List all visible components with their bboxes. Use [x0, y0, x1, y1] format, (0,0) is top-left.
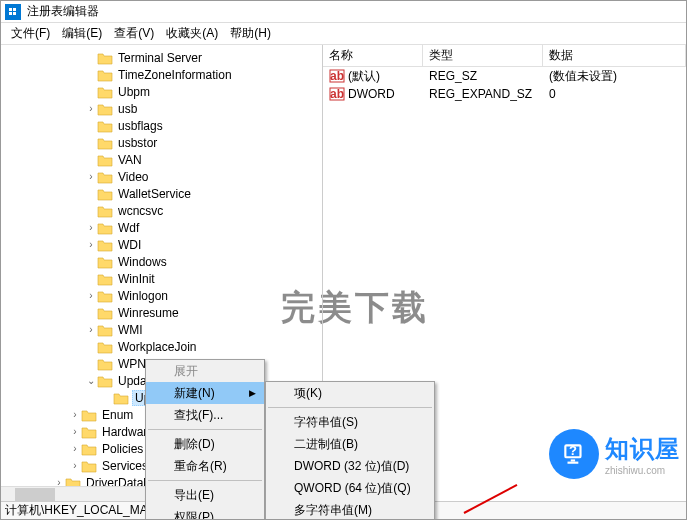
- folder-icon: [97, 102, 113, 116]
- tree-label: Ubpm: [116, 85, 152, 99]
- value-type: REG_SZ: [423, 69, 543, 83]
- folder-icon: [97, 238, 113, 252]
- chevron-right-icon: ▶: [249, 388, 256, 398]
- expander-icon[interactable]: ›: [85, 222, 97, 233]
- ctx-new-string[interactable]: 字符串值(S): [266, 411, 434, 433]
- tree-node[interactable]: VAN: [5, 151, 322, 168]
- folder-icon: [97, 51, 113, 65]
- tree-node[interactable]: WinInit: [5, 270, 322, 287]
- tree-node[interactable]: usbstor: [5, 134, 322, 151]
- scroll-thumb[interactable]: [15, 488, 55, 501]
- tree-label: usbflags: [116, 119, 165, 133]
- tree-label: WalletService: [116, 187, 193, 201]
- tree-node[interactable]: Terminal Server: [5, 49, 322, 66]
- window-title: 注册表编辑器: [27, 3, 99, 20]
- menu-file[interactable]: 文件(F): [5, 25, 56, 42]
- expander-icon[interactable]: ›: [69, 443, 81, 454]
- folder-icon: [97, 85, 113, 99]
- context-menu-key: 展开 新建(N)▶ 查找(F)... 删除(D) 重命名(R) 导出(E) 权限…: [145, 359, 265, 520]
- expander-icon[interactable]: ⌄: [85, 375, 97, 386]
- tree-node[interactable]: TimeZoneInformation: [5, 66, 322, 83]
- tree-node[interactable]: Ubpm: [5, 83, 322, 100]
- tree-node[interactable]: ›Winlogon: [5, 287, 322, 304]
- context-menu-new: 项(K) 字符串值(S) 二进制值(B) DWORD (32 位)值(D) QW…: [265, 381, 435, 520]
- ctx-export[interactable]: 导出(E): [146, 484, 264, 506]
- tree-label: WorkplaceJoin: [116, 340, 198, 354]
- brand-overlay: ? 知识屋 zhishiwu.com: [549, 429, 680, 479]
- tree-node[interactable]: Winresume: [5, 304, 322, 321]
- folder-icon: [97, 136, 113, 150]
- value-type: REG_EXPAND_SZ: [423, 87, 543, 101]
- folder-icon: [97, 357, 113, 371]
- folder-icon: [97, 255, 113, 269]
- menu-view[interactable]: 查看(V): [108, 25, 160, 42]
- ctx-new-binary[interactable]: 二进制值(B): [266, 433, 434, 455]
- ctx-rename[interactable]: 重命名(R): [146, 455, 264, 477]
- menu-favorites[interactable]: 收藏夹(A): [160, 25, 224, 42]
- app-icon: [5, 4, 21, 20]
- list-row[interactable]: abDWORDREG_EXPAND_SZ0: [323, 85, 686, 103]
- tree-label: Winresume: [116, 306, 181, 320]
- ctx-new[interactable]: 新建(N)▶: [146, 382, 264, 404]
- tree-label: Winlogon: [116, 289, 170, 303]
- menu-help[interactable]: 帮助(H): [224, 25, 277, 42]
- tree-node[interactable]: WalletService: [5, 185, 322, 202]
- ctx-delete[interactable]: 删除(D): [146, 433, 264, 455]
- svg-text:?: ?: [569, 443, 577, 458]
- ctx-expand[interactable]: 展开: [146, 360, 264, 382]
- value-data: (数值未设置): [543, 68, 686, 85]
- expander-icon[interactable]: ›: [69, 409, 81, 420]
- tree-label: Wdf: [116, 221, 141, 235]
- tree-node[interactable]: ›WMI: [5, 321, 322, 338]
- folder-icon: [81, 408, 97, 422]
- menu-bar: 文件(F) 编辑(E) 查看(V) 收藏夹(A) 帮助(H): [1, 23, 686, 45]
- tree-label: TimeZoneInformation: [116, 68, 234, 82]
- tree-node[interactable]: ›Wdf: [5, 219, 322, 236]
- menu-edit[interactable]: 编辑(E): [56, 25, 108, 42]
- expander-icon[interactable]: ›: [69, 460, 81, 471]
- expander-icon[interactable]: ›: [85, 290, 97, 301]
- tree-label: WPN: [116, 357, 148, 371]
- list-row[interactable]: ab(默认)REG_SZ(数值未设置): [323, 67, 686, 85]
- ctx-find[interactable]: 查找(F)...: [146, 404, 264, 426]
- svg-rect-10: [571, 459, 575, 461]
- brand-url: zhishiwu.com: [605, 465, 680, 476]
- expander-icon[interactable]: ›: [85, 324, 97, 335]
- tree-node[interactable]: ›WDI: [5, 236, 322, 253]
- svg-rect-2: [13, 8, 16, 11]
- folder-icon: [97, 306, 113, 320]
- expander-icon[interactable]: ›: [85, 239, 97, 250]
- col-data[interactable]: 数据: [543, 45, 686, 66]
- tree-label: VAN: [116, 153, 144, 167]
- tree-node[interactable]: WorkplaceJoin: [5, 338, 322, 355]
- folder-icon: [81, 442, 97, 456]
- folder-icon: [81, 459, 97, 473]
- tree-node[interactable]: wcncsvc: [5, 202, 322, 219]
- svg-rect-1: [9, 8, 12, 11]
- tree-node[interactable]: Windows: [5, 253, 322, 270]
- tree-node[interactable]: ›usb: [5, 100, 322, 117]
- svg-rect-11: [568, 462, 579, 464]
- tree-node[interactable]: usbflags: [5, 117, 322, 134]
- expander-icon[interactable]: ›: [69, 426, 81, 437]
- folder-icon: [97, 221, 113, 235]
- ctx-perms[interactable]: 权限(P)...: [146, 506, 264, 520]
- col-type[interactable]: 类型: [423, 45, 543, 66]
- tree-label: wcncsvc: [116, 204, 165, 218]
- folder-icon: [97, 204, 113, 218]
- separator: [148, 429, 262, 430]
- ctx-new-key[interactable]: 项(K): [266, 382, 434, 404]
- ctx-new-dword[interactable]: DWORD (32 位)值(D): [266, 455, 434, 477]
- col-name[interactable]: 名称: [323, 45, 423, 66]
- ctx-new-qword[interactable]: QWORD (64 位)值(Q): [266, 477, 434, 499]
- svg-text:ab: ab: [330, 87, 344, 101]
- tree-label: WMI: [116, 323, 145, 337]
- tree-node[interactable]: ›Video: [5, 168, 322, 185]
- tree-label: Windows: [116, 255, 169, 269]
- folder-icon: [81, 425, 97, 439]
- ctx-new-multi[interactable]: 多字符串值(M): [266, 499, 434, 520]
- expander-icon[interactable]: ›: [85, 103, 97, 114]
- svg-rect-4: [13, 12, 16, 15]
- folder-icon: [97, 170, 113, 184]
- expander-icon[interactable]: ›: [85, 171, 97, 182]
